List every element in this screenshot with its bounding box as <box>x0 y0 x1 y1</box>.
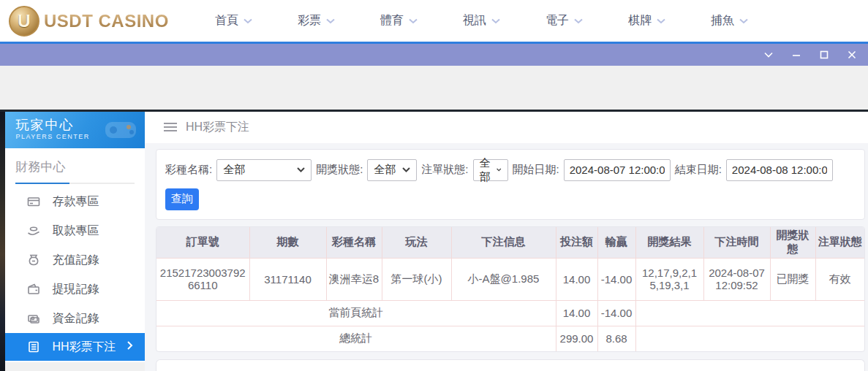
bets-table-panel: 訂單號 期數 彩種名稱 玩法 下注信息 投注額 輸贏 開獎結果 下注時間 開獎狀… <box>156 226 865 353</box>
close-icon[interactable] <box>846 49 858 61</box>
nav-item-video[interactable]: 視訊 <box>463 13 500 28</box>
sidebar-item-deposit[interactable]: 存款專區 <box>5 187 145 216</box>
nav-item-sports[interactable]: 體育 <box>380 13 418 28</box>
col-bet-amount: 投注額 <box>556 227 597 259</box>
brand-name: USDT CASINO <box>44 11 169 31</box>
cell-bet-time: 2024-08-07 12:09:52 <box>703 258 770 300</box>
main-nav: 首頁 彩票 體育 視訊 電子 棋牌 捕魚 <box>215 13 748 28</box>
sidebar-item-recharge-records[interactable]: 充值記錄 <box>5 245 145 275</box>
chevron-down-icon <box>574 18 583 24</box>
withdrawal-record-icon <box>27 283 40 296</box>
col-period: 期數 <box>249 227 326 259</box>
col-order-no: 訂單號 <box>156 227 249 259</box>
page-summary-empty <box>635 300 864 326</box>
window-titlebar <box>0 42 868 66</box>
spacer-band <box>0 66 868 110</box>
cell-win-loss: -14.00 <box>597 258 635 300</box>
nav-item-label: 棋牌 <box>628 13 652 28</box>
total-summary-label: 總統計 <box>156 326 556 351</box>
nav-item-fishing[interactable]: 捕魚 <box>711 13 748 28</box>
brand-coin-icon: U <box>9 6 39 37</box>
cell-draw-status: 已開獎 <box>770 258 815 300</box>
order-status-select-label: 注單狀態: <box>421 163 468 177</box>
maximize-icon[interactable] <box>818 49 830 61</box>
cell-order-no: 2152172300379266110 <box>156 258 249 300</box>
section-label: 財務中心 <box>15 158 135 183</box>
nav-item-label: 首頁 <box>215 13 238 28</box>
chevron-down-icon <box>497 167 501 172</box>
recharge-bag-icon <box>27 253 40 267</box>
page-summary-win-loss: -14.00 <box>597 300 635 326</box>
col-bet-info: 下注信息 <box>451 227 556 259</box>
funds-record-icon <box>27 312 40 325</box>
brand-logo[interactable]: U USDT CASINO <box>9 6 177 37</box>
chevron-down-icon <box>739 18 748 24</box>
chevron-right-icon <box>127 340 133 353</box>
deposit-card-icon <box>27 195 40 208</box>
chevron-down-icon <box>491 18 500 24</box>
order-status-select[interactable]: 全部 <box>473 159 508 181</box>
col-draw-status: 開獎狀態 <box>770 227 815 259</box>
draw-status-select[interactable]: 全部 <box>367 159 417 181</box>
cell-draw-result: 12,17,9,2,15,19,3,1 <box>635 258 703 300</box>
chevron-down-icon <box>409 18 418 24</box>
start-date-input[interactable] <box>564 159 671 181</box>
sidebar-item-label: 充值記錄 <box>52 253 99 268</box>
nav-item-home[interactable]: 首頁 <box>215 13 252 28</box>
chevron-down-icon <box>402 167 410 172</box>
sidebar-menu: 存款專區 取款專區 充值記錄 <box>5 184 145 361</box>
order-status-select-value: 全部 <box>480 156 493 184</box>
nav-item-slots[interactable]: 電子 <box>546 13 583 28</box>
withdraw-hand-icon <box>27 224 40 237</box>
breadcrumb: HH彩票下注 <box>145 112 868 143</box>
finance-center-section: 財務中心 <box>5 148 145 184</box>
page-summary-label: 當前頁統計 <box>156 300 556 326</box>
content-area: 彩種名稱: 全部 開獎狀態: 全部 注單狀態: 全部 開始 <box>145 143 868 371</box>
sidebar-item-withdraw[interactable]: 取款專區 <box>5 216 145 245</box>
sidebar-item-hh-lottery-bets[interactable]: HH彩票下注 <box>5 333 145 361</box>
gamepad-icon <box>101 116 139 142</box>
background-image-strip <box>0 112 5 371</box>
chevron-down-icon <box>326 18 335 24</box>
lottery-select[interactable]: 全部 <box>216 159 312 181</box>
players-center-header: 玩家中心 PLAYERS CENTER <box>5 112 145 148</box>
nav-item-label: 捕魚 <box>711 13 734 28</box>
total-summary-bet-amount: 299.00 <box>556 326 597 351</box>
menu-toggle-icon[interactable] <box>164 123 177 131</box>
chevron-down-icon <box>657 18 665 24</box>
brand-coin-letter: U <box>18 11 30 31</box>
nav-item-label: 視訊 <box>463 13 486 28</box>
table-row: 2152172300379266110 31171140 澳洲幸运8 第一球(小… <box>156 258 864 300</box>
page-title: HH彩票下注 <box>186 120 249 135</box>
sidebar-item-funds-records[interactable]: 資金記錄 <box>5 304 145 333</box>
sidebar-item-label: 取款專區 <box>52 223 99 239</box>
chevron-down-icon[interactable] <box>763 49 774 61</box>
cell-play: 第一球(小) <box>382 258 451 300</box>
end-date-input[interactable] <box>726 159 833 181</box>
nav-item-label: 體育 <box>380 13 404 28</box>
col-play: 玩法 <box>382 227 451 259</box>
minimize-icon[interactable] <box>790 49 802 61</box>
total-summary-win-loss: 8.68 <box>597 326 635 351</box>
nav-item-label: 彩票 <box>298 13 321 28</box>
search-button[interactable]: 查詢 <box>165 188 199 210</box>
sidebar-item-label: 資金記錄 <box>52 311 99 326</box>
page-summary-bet-amount: 14.00 <box>556 300 597 326</box>
draw-status-select-value: 全部 <box>374 163 396 177</box>
cell-bet-info: 小-A盤@1.985 <box>451 258 556 300</box>
cell-order-status: 有效 <box>815 258 864 300</box>
sidebar-item-label: HH彩票下注 <box>52 340 116 355</box>
bets-table: 訂單號 期數 彩種名稱 玩法 下注信息 投注額 輸贏 開獎結果 下注時間 開獎狀… <box>156 227 864 352</box>
nav-item-boardgames[interactable]: 棋牌 <box>628 13 665 28</box>
sidebar-item-label: 提現記錄 <box>52 282 99 297</box>
lottery-bets-icon <box>27 340 40 353</box>
top-navbar: U USDT CASINO 首頁 彩票 體育 視訊 電子 棋牌 捕魚 <box>0 0 868 42</box>
nav-item-lottery[interactable]: 彩票 <box>298 13 335 28</box>
chevron-down-icon <box>297 167 305 172</box>
cell-lottery: 澳洲幸运8 <box>326 258 382 300</box>
filter-panel: 彩種名稱: 全部 開獎狀態: 全部 注單狀態: 全部 開始 <box>156 149 865 220</box>
sidebar-item-withdrawal-records[interactable]: 提現記錄 <box>5 275 145 304</box>
sidebar-item-label: 存款專區 <box>52 194 99 210</box>
col-draw-result: 開獎結果 <box>635 227 703 259</box>
end-date-label: 結束日期: <box>675 163 722 177</box>
